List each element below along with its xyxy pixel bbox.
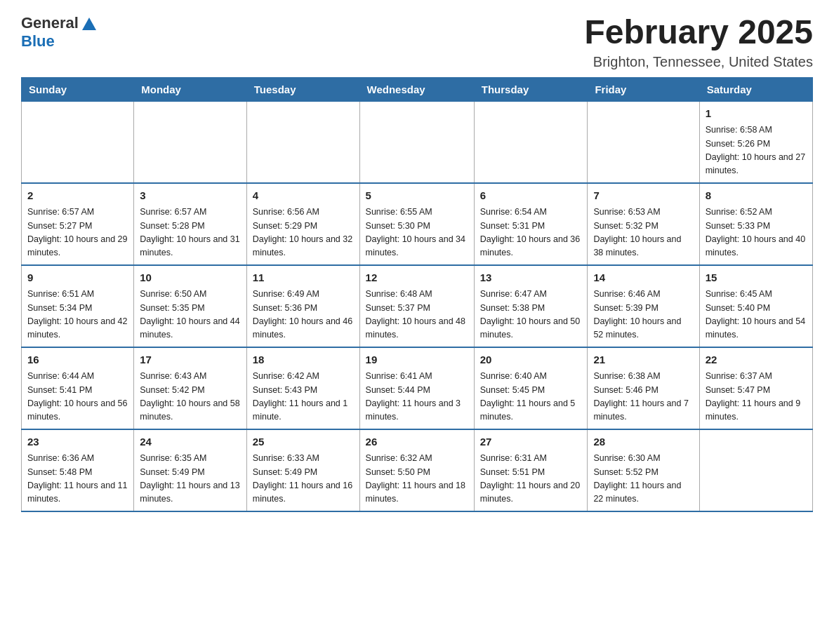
weekday-header-row: SundayMondayTuesdayWednesdayThursdayFrid… bbox=[22, 77, 813, 101]
day-number: 7 bbox=[593, 188, 693, 204]
day-number: 19 bbox=[366, 352, 468, 368]
day-number: 4 bbox=[253, 188, 354, 204]
calendar-cell: 3Sunrise: 6:57 AMSunset: 5:28 PMDaylight… bbox=[134, 183, 247, 265]
calendar-cell: 12Sunrise: 6:48 AMSunset: 5:37 PMDayligh… bbox=[359, 265, 474, 347]
location-text: Brighton, Tennessee, United States bbox=[584, 54, 813, 70]
day-number: 9 bbox=[27, 270, 128, 286]
calendar-cell: 25Sunrise: 6:33 AMSunset: 5:49 PMDayligh… bbox=[246, 429, 359, 511]
day-info: Sunrise: 6:49 AMSunset: 5:36 PMDaylight:… bbox=[253, 288, 354, 342]
day-number: 22 bbox=[706, 352, 807, 368]
day-info: Sunrise: 6:56 AMSunset: 5:29 PMDaylight:… bbox=[253, 206, 354, 260]
month-title: February 2025 bbox=[584, 14, 813, 51]
day-info: Sunrise: 6:38 AMSunset: 5:46 PMDaylight:… bbox=[593, 370, 693, 424]
calendar-cell: 23Sunrise: 6:36 AMSunset: 5:48 PMDayligh… bbox=[22, 429, 134, 511]
day-info: Sunrise: 6:57 AMSunset: 5:28 PMDaylight:… bbox=[140, 206, 241, 260]
day-info: Sunrise: 6:30 AMSunset: 5:52 PMDaylight:… bbox=[593, 452, 693, 507]
logo-general: General bbox=[21, 14, 96, 32]
day-info: Sunrise: 6:44 AMSunset: 5:41 PMDaylight:… bbox=[27, 370, 128, 424]
day-info: Sunrise: 6:54 AMSunset: 5:31 PMDaylight:… bbox=[480, 206, 582, 260]
day-info: Sunrise: 6:47 AMSunset: 5:38 PMDaylight:… bbox=[480, 288, 582, 342]
calendar-cell: 18Sunrise: 6:42 AMSunset: 5:43 PMDayligh… bbox=[246, 347, 359, 429]
calendar-table: SundayMondayTuesdayWednesdayThursdayFrid… bbox=[21, 77, 813, 512]
calendar-cell: 26Sunrise: 6:32 AMSunset: 5:50 PMDayligh… bbox=[359, 429, 474, 511]
calendar-cell bbox=[474, 101, 588, 183]
day-info: Sunrise: 6:42 AMSunset: 5:43 PMDaylight:… bbox=[253, 370, 354, 424]
calendar-cell: 2Sunrise: 6:57 AMSunset: 5:27 PMDaylight… bbox=[22, 183, 134, 265]
day-number: 3 bbox=[140, 188, 241, 204]
day-number: 28 bbox=[593, 434, 693, 450]
day-number: 1 bbox=[706, 106, 807, 122]
weekday-header-friday: Friday bbox=[588, 77, 699, 101]
calendar-cell bbox=[22, 101, 134, 183]
day-number: 27 bbox=[480, 434, 582, 450]
day-info: Sunrise: 6:41 AMSunset: 5:44 PMDaylight:… bbox=[366, 370, 468, 424]
logo-general-text: General bbox=[21, 14, 79, 32]
calendar-cell: 4Sunrise: 6:56 AMSunset: 5:29 PMDaylight… bbox=[246, 183, 359, 265]
calendar-cell: 24Sunrise: 6:35 AMSunset: 5:49 PMDayligh… bbox=[134, 429, 247, 511]
weekday-header-thursday: Thursday bbox=[474, 77, 588, 101]
calendar-week-row: 23Sunrise: 6:36 AMSunset: 5:48 PMDayligh… bbox=[22, 429, 813, 511]
day-number: 18 bbox=[253, 352, 354, 368]
day-info: Sunrise: 6:35 AMSunset: 5:49 PMDaylight:… bbox=[140, 452, 241, 507]
calendar-cell: 7Sunrise: 6:53 AMSunset: 5:32 PMDaylight… bbox=[588, 183, 699, 265]
calendar-cell bbox=[246, 101, 359, 183]
calendar-cell: 8Sunrise: 6:52 AMSunset: 5:33 PMDaylight… bbox=[699, 183, 812, 265]
calendar-cell bbox=[134, 101, 247, 183]
day-number: 21 bbox=[593, 352, 693, 368]
day-info: Sunrise: 6:48 AMSunset: 5:37 PMDaylight:… bbox=[366, 288, 468, 342]
calendar-cell: 16Sunrise: 6:44 AMSunset: 5:41 PMDayligh… bbox=[22, 347, 134, 429]
logo: General Blue bbox=[21, 14, 96, 51]
day-info: Sunrise: 6:57 AMSunset: 5:27 PMDaylight:… bbox=[27, 206, 128, 260]
day-number: 23 bbox=[27, 434, 128, 450]
calendar-week-row: 1Sunrise: 6:58 AMSunset: 5:26 PMDaylight… bbox=[22, 101, 813, 183]
day-number: 8 bbox=[706, 188, 807, 204]
calendar-cell: 21Sunrise: 6:38 AMSunset: 5:46 PMDayligh… bbox=[588, 347, 699, 429]
day-info: Sunrise: 6:53 AMSunset: 5:32 PMDaylight:… bbox=[593, 206, 693, 260]
calendar-cell: 13Sunrise: 6:47 AMSunset: 5:38 PMDayligh… bbox=[474, 265, 588, 347]
day-number: 24 bbox=[140, 434, 241, 450]
calendar-cell: 14Sunrise: 6:46 AMSunset: 5:39 PMDayligh… bbox=[588, 265, 699, 347]
calendar-cell: 10Sunrise: 6:50 AMSunset: 5:35 PMDayligh… bbox=[134, 265, 247, 347]
day-info: Sunrise: 6:51 AMSunset: 5:34 PMDaylight:… bbox=[27, 288, 128, 342]
day-number: 16 bbox=[27, 352, 128, 368]
day-number: 25 bbox=[253, 434, 354, 450]
day-info: Sunrise: 6:33 AMSunset: 5:49 PMDaylight:… bbox=[253, 452, 354, 507]
calendar-cell: 11Sunrise: 6:49 AMSunset: 5:36 PMDayligh… bbox=[246, 265, 359, 347]
day-number: 6 bbox=[480, 188, 582, 204]
calendar-cell: 5Sunrise: 6:55 AMSunset: 5:30 PMDaylight… bbox=[359, 183, 474, 265]
day-number: 20 bbox=[480, 352, 582, 368]
day-number: 17 bbox=[140, 352, 241, 368]
day-number: 2 bbox=[27, 188, 128, 204]
day-info: Sunrise: 6:43 AMSunset: 5:42 PMDaylight:… bbox=[140, 370, 241, 424]
calendar-cell: 1Sunrise: 6:58 AMSunset: 5:26 PMDaylight… bbox=[699, 101, 812, 183]
day-info: Sunrise: 6:37 AMSunset: 5:47 PMDaylight:… bbox=[706, 370, 807, 424]
day-info: Sunrise: 6:46 AMSunset: 5:39 PMDaylight:… bbox=[593, 288, 693, 342]
weekday-header-wednesday: Wednesday bbox=[359, 77, 474, 101]
calendar-cell: 9Sunrise: 6:51 AMSunset: 5:34 PMDaylight… bbox=[22, 265, 134, 347]
day-number: 5 bbox=[366, 188, 468, 204]
day-info: Sunrise: 6:32 AMSunset: 5:50 PMDaylight:… bbox=[366, 452, 468, 507]
calendar-cell: 22Sunrise: 6:37 AMSunset: 5:47 PMDayligh… bbox=[699, 347, 812, 429]
day-info: Sunrise: 6:31 AMSunset: 5:51 PMDaylight:… bbox=[480, 452, 582, 507]
day-info: Sunrise: 6:58 AMSunset: 5:26 PMDaylight:… bbox=[706, 123, 807, 178]
calendar-cell: 20Sunrise: 6:40 AMSunset: 5:45 PMDayligh… bbox=[474, 347, 588, 429]
day-info: Sunrise: 6:52 AMSunset: 5:33 PMDaylight:… bbox=[706, 206, 807, 260]
logo-blue-text: Blue bbox=[21, 32, 55, 51]
day-number: 12 bbox=[366, 270, 468, 286]
day-number: 11 bbox=[253, 270, 354, 286]
calendar-cell: 15Sunrise: 6:45 AMSunset: 5:40 PMDayligh… bbox=[699, 265, 812, 347]
calendar-cell: 6Sunrise: 6:54 AMSunset: 5:31 PMDaylight… bbox=[474, 183, 588, 265]
weekday-header-tuesday: Tuesday bbox=[246, 77, 359, 101]
day-info: Sunrise: 6:50 AMSunset: 5:35 PMDaylight:… bbox=[140, 288, 241, 342]
day-number: 13 bbox=[480, 270, 582, 286]
page-header: General Blue February 2025 Brighton, Ten… bbox=[21, 14, 813, 70]
day-number: 26 bbox=[366, 434, 468, 450]
day-info: Sunrise: 6:36 AMSunset: 5:48 PMDaylight:… bbox=[27, 452, 128, 507]
calendar-cell: 28Sunrise: 6:30 AMSunset: 5:52 PMDayligh… bbox=[588, 429, 699, 511]
calendar-cell: 17Sunrise: 6:43 AMSunset: 5:42 PMDayligh… bbox=[134, 347, 247, 429]
calendar-cell bbox=[588, 101, 699, 183]
calendar-cell: 27Sunrise: 6:31 AMSunset: 5:51 PMDayligh… bbox=[474, 429, 588, 511]
calendar-week-row: 2Sunrise: 6:57 AMSunset: 5:27 PMDaylight… bbox=[22, 183, 813, 265]
calendar-cell bbox=[699, 429, 812, 511]
day-info: Sunrise: 6:45 AMSunset: 5:40 PMDaylight:… bbox=[706, 288, 807, 342]
